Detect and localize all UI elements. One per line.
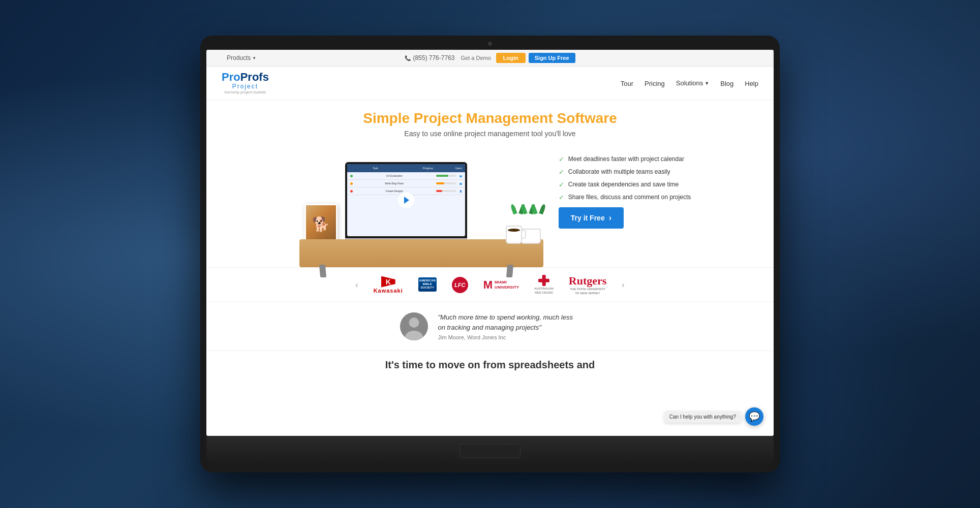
logo-pro: Pro xyxy=(222,72,240,83)
check-icon-3: ✓ xyxy=(559,181,564,188)
play-button[interactable] xyxy=(398,192,414,208)
logo-formerly: formerly project bubble xyxy=(225,90,266,94)
testimonial-author: Jim Moore, Word Jones Inc xyxy=(438,334,580,340)
avatar-inner xyxy=(400,312,428,340)
task-row-1: On Evaluation 👥 xyxy=(347,172,465,180)
plant-leaves xyxy=(513,203,543,229)
kawasaki-logo: K Kawasaki xyxy=(374,276,403,294)
hero-subtitle: Easy to use online project management to… xyxy=(217,130,763,138)
logo[interactable]: ProProfs Project formerly project bubble xyxy=(222,72,269,94)
task-dot-3 xyxy=(350,190,353,193)
products-link[interactable]: Products ▼ xyxy=(227,54,256,61)
logos-prev-arrow[interactable]: ‹ xyxy=(355,280,358,290)
redcross-text: AUSTRALIANRED CROSS xyxy=(534,287,554,294)
bottom-cta-section: It's time to move on from spreadsheets a… xyxy=(206,351,774,379)
signup-button[interactable]: Sign Up Free xyxy=(529,53,575,63)
laptop-screen: Products ▼ 📞 (855) 776-7763 Get a Demo L… xyxy=(206,50,774,436)
leaf-1 xyxy=(510,204,517,215)
task-name-3: Create Designs xyxy=(355,189,434,193)
nav-tour[interactable]: Tour xyxy=(621,80,633,87)
testimonial-avatar xyxy=(400,312,428,340)
laptop-frame: Products ▼ 📞 (855) 776-7763 Get a Demo L… xyxy=(200,36,780,472)
laptop-trackpad xyxy=(460,444,520,458)
check-icon-1: ✓ xyxy=(559,155,564,163)
try-btn-label: Try it Free xyxy=(571,214,605,222)
feature-text-1: Meet deadlines faster with project calen… xyxy=(568,155,684,163)
laptop-on-desk-mockup: Task Progress Users On Evaluation 👥 xyxy=(345,162,467,244)
task-dot-1 xyxy=(350,175,353,177)
bottom-cta-text: It's time to move on from spreadsheets a… xyxy=(222,359,758,371)
nav-help[interactable]: Help xyxy=(745,80,758,87)
main-nav: ProProfs Project formerly project bubble… xyxy=(206,67,774,100)
phone-icon: 📞 xyxy=(405,55,411,61)
svg-point-1 xyxy=(409,318,419,328)
task-progress-2 xyxy=(436,182,456,184)
feature-3: ✓ Create task dependencies and save time xyxy=(559,181,691,188)
task-name-1: On Evaluation xyxy=(355,174,434,177)
photo-inner: 🐕 xyxy=(306,205,336,243)
nav-links: Tour Pricing Solutions▼ Blog Help xyxy=(621,79,758,88)
abs-logo: AMERICANBIBLESOCIETY xyxy=(418,276,437,294)
chat-bubble-text: Can I help you with anything? xyxy=(664,411,741,423)
lfc-logo: LFC xyxy=(452,276,468,294)
desk-legs xyxy=(320,265,513,277)
coffee-mug xyxy=(506,226,522,244)
mug-handle xyxy=(521,230,526,239)
top-bar: Products ▼ 📞 (855) 776-7763 Get a Demo L… xyxy=(206,50,774,67)
get-demo-link[interactable]: Get a Demo xyxy=(461,55,491,61)
task-progress-1 xyxy=(436,175,456,177)
nav-blog[interactable]: Blog xyxy=(720,80,733,87)
website: Products ▼ 📞 (855) 776-7763 Get a Demo L… xyxy=(206,50,774,436)
laptop-base xyxy=(206,436,774,466)
chat-icon: 💬 xyxy=(749,411,760,422)
try-btn-arrow: › xyxy=(609,213,611,223)
task-row-2: Write Blog Posts 👥 xyxy=(347,180,465,187)
rutgers-logo: Rutgers THE STATE UNIVERSITYOF NEW JERSE… xyxy=(569,276,607,294)
desk-scene: 🐕 Task Progress Users xyxy=(289,145,543,267)
check-icon-2: ✓ xyxy=(559,168,564,176)
logo-profs: Profs xyxy=(240,72,269,83)
hero-section: Simple Project Management Software Easy … xyxy=(206,100,774,267)
testimonial-content: "Much more time to spend working, much l… xyxy=(438,312,580,340)
laptop-camera xyxy=(488,42,492,46)
phone-number: 📞 (855) 776-7763 xyxy=(405,54,454,61)
testimonial-section: "Much more time to spend working, much l… xyxy=(206,302,774,351)
nav-pricing[interactable]: Pricing xyxy=(645,80,665,87)
task-progress-3 xyxy=(436,190,456,192)
mug-body xyxy=(506,226,522,244)
redcross-logo: AUSTRALIANRED CROSS xyxy=(534,276,554,294)
play-icon xyxy=(404,197,409,204)
feature-1: ✓ Meet deadlines faster with project cal… xyxy=(559,155,691,163)
nav-solutions[interactable]: Solutions▼ xyxy=(676,79,709,87)
screen-header: Task Progress Users xyxy=(347,164,465,172)
logo-project: Project xyxy=(232,83,258,90)
mug-coffee xyxy=(508,229,520,232)
feature-text-4: Share files, discuss and comment on proj… xyxy=(568,194,691,201)
feature-2: ✓ Collaborate with multiple teams easily xyxy=(559,168,691,176)
feature-text-3: Create task dependencies and save time xyxy=(568,181,679,188)
cross-vertical xyxy=(542,275,546,286)
desk-leg-left xyxy=(319,265,326,277)
logos-next-arrow[interactable]: › xyxy=(622,280,624,290)
hero-content: 🐕 Task Progress Users xyxy=(217,145,763,267)
photo-frame: 🐕 xyxy=(304,204,338,244)
miami-university-logo: M MIAMI UNIVERSITY xyxy=(483,276,519,294)
screen-mockup: Task Progress Users On Evaluation 👥 xyxy=(345,162,467,238)
task-name-2: Write Blog Posts xyxy=(355,182,434,185)
leaf-6 xyxy=(539,204,546,215)
hero-title: Simple Project Management Software xyxy=(217,110,763,126)
testimonial-quote: "Much more time to spend working, much l… xyxy=(438,312,580,332)
feature-text-2: Collaborate with multiple teams easily xyxy=(568,168,670,175)
task-dot-2 xyxy=(350,182,353,185)
check-icon-4: ✓ xyxy=(559,194,564,201)
try-it-free-button[interactable]: Try it Free › xyxy=(559,207,624,229)
feature-4: ✓ Share files, discuss and comment on pr… xyxy=(559,194,691,201)
chat-widget[interactable]: Can I help you with anything? 💬 xyxy=(664,407,763,426)
screen-inner: Task Progress Users On Evaluation 👥 xyxy=(347,164,465,236)
avatar-svg xyxy=(400,312,428,340)
cross-symbol xyxy=(538,275,549,286)
desk-leg-right xyxy=(506,265,513,277)
features-list: ✓ Meet deadlines faster with project cal… xyxy=(559,145,691,229)
login-button[interactable]: Login xyxy=(496,53,526,63)
chat-icon-button[interactable]: 💬 xyxy=(745,407,763,426)
